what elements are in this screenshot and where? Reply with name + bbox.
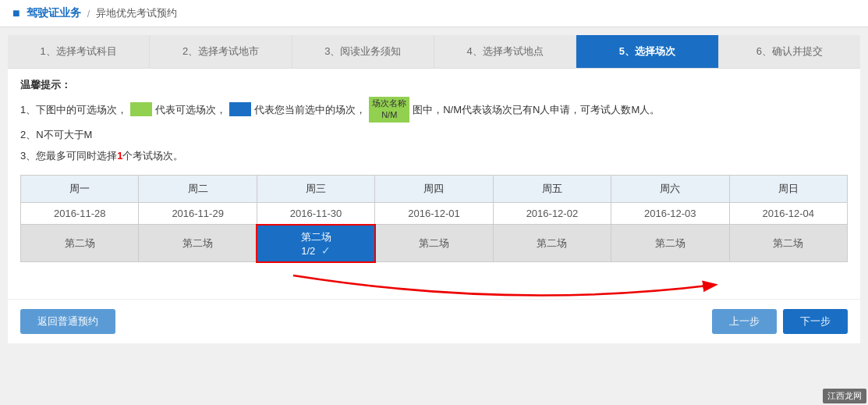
footer-buttons: 返回普通预约 上一步 下一步 — [8, 299, 860, 343]
schedule-table: 周一 周二 周三 周四 周五 周六 周日 2016-11-28 2016-11-… — [20, 175, 848, 263]
page-wrapper: ■ 驾驶证业务 / 异地优先考试预约 1、选择考试科目 2、选择考试地市 3、阅… — [0, 0, 868, 405]
date-thu: 2016-12-01 — [375, 202, 493, 225]
session-row: 第二场 第二场 第二场1/2 ✓ 第二场 第二场 第二场 第二场 — [21, 225, 848, 262]
prev-button[interactable]: 上一步 — [712, 309, 777, 334]
col-tue: 周二 — [139, 175, 257, 202]
tip-line-2: 2、N不可大于M — [20, 126, 848, 144]
tip-line-1: 1、下图中的可选场次， 代表可选场次， 代表您当前选中的场次， 场次名称 N/M… — [20, 97, 848, 123]
step-6[interactable]: 6、确认并提交 — [719, 35, 860, 68]
date-wed: 2016-11-30 — [257, 202, 374, 225]
return-button[interactable]: 返回普通预约 — [20, 309, 115, 334]
session-mon[interactable]: 第二场 — [21, 225, 139, 262]
header-title: 驾驶证业务 — [27, 6, 81, 20]
tip1-mid2: 代表您当前选中的场次， — [254, 101, 366, 119]
tip1-pre: 1、下图中的可选场次， — [20, 101, 127, 119]
session-thu[interactable]: 第二场 — [375, 225, 493, 262]
header-subtitle: 异地优先考试预约 — [96, 6, 177, 20]
header: ■ 驾驶证业务 / 异地优先考试预约 — [0, 0, 868, 27]
session-fri[interactable]: 第二场 — [493, 225, 611, 262]
col-thu: 周四 — [375, 175, 493, 202]
tip3-post: 个考试场次。 — [122, 147, 183, 165]
col-mon: 周一 — [21, 175, 139, 202]
tips-title: 温馨提示： — [20, 78, 848, 92]
date-mon: 2016-11-28 — [21, 202, 139, 225]
footer-right-buttons: 上一步 下一步 — [712, 309, 848, 334]
schedule-wrapper: 周一 周二 周三 周四 周五 周六 周日 2016-11-28 2016-11-… — [8, 175, 860, 271]
session-sun[interactable]: 第二场 — [729, 225, 847, 262]
tip1-post: 图中，N/M代表该场次已有N人申请，可考试人数M人。 — [413, 101, 660, 119]
col-sat: 周六 — [611, 175, 729, 202]
step-3[interactable]: 3、阅读业务须知 — [292, 35, 434, 68]
tip1-mid: 代表可选场次， — [155, 101, 226, 119]
tip-line-3: 3、您最多可同时选择 1 个考试场次。 — [20, 147, 848, 165]
col-wed: 周三 — [257, 175, 374, 202]
green-badge — [130, 102, 152, 116]
step-1[interactable]: 1、选择考试科目 — [8, 35, 150, 68]
main-content: 1、选择考试科目 2、选择考试地市 3、阅读业务须知 4、选择考试地点 5、选择… — [8, 35, 860, 343]
tip2-text: 2、N不可大于M — [20, 126, 92, 144]
table-header-row: 周一 周二 周三 周四 周五 周六 周日 — [21, 175, 848, 202]
arrow-graphic — [278, 271, 730, 299]
header-sep: / — [87, 8, 90, 20]
arrow-area — [20, 271, 848, 299]
session-tue[interactable]: 第二场 — [139, 225, 257, 262]
date-sat: 2016-12-03 — [611, 202, 729, 225]
header-icon: ■ — [12, 6, 20, 20]
date-row: 2016-11-28 2016-11-29 2016-11-30 2016-12… — [21, 202, 848, 225]
session-sat[interactable]: 第二场 — [611, 225, 729, 262]
next-button[interactable]: 下一步 — [783, 309, 848, 334]
tips-section: 温馨提示： 1、下图中的可选场次， 代表可选场次， 代表您当前选中的场次， 场次… — [8, 69, 860, 175]
date-fri: 2016-12-02 — [493, 202, 611, 225]
badge-label: 场次名称 N/M — [369, 97, 409, 123]
tip3-num: 1 — [117, 147, 122, 165]
col-fri: 周五 — [493, 175, 611, 202]
session-wed[interactable]: 第二场1/2 ✓ — [257, 225, 374, 262]
date-sun: 2016-12-04 — [729, 202, 847, 225]
blue-badge — [229, 102, 251, 116]
date-tue: 2016-11-29 — [139, 202, 257, 225]
step-4[interactable]: 4、选择考试地点 — [434, 35, 576, 68]
step-5[interactable]: 5、选择场次 — [576, 35, 718, 68]
step-2[interactable]: 2、选择考试地市 — [150, 35, 292, 68]
steps-bar: 1、选择考试科目 2、选择考试地市 3、阅读业务须知 4、选择考试地点 5、选择… — [8, 35, 860, 69]
tip3-pre: 3、您最多可同时选择 — [20, 147, 117, 165]
col-sun: 周日 — [729, 175, 847, 202]
checkmark-icon: ✓ — [321, 244, 331, 257]
